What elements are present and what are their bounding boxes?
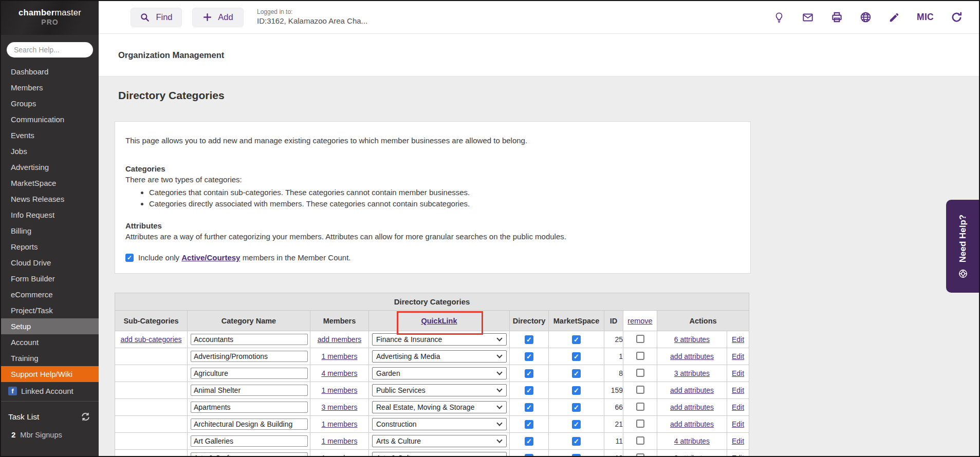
remove-checkbox[interactable] (636, 453, 644, 457)
quicklink-select[interactable]: Construction (372, 418, 507, 430)
members-link[interactable]: 4 members (321, 369, 357, 377)
remove-checkbox[interactable] (636, 420, 644, 428)
members-link[interactable]: add members (318, 335, 362, 344)
category-name-input[interactable] (191, 402, 308, 413)
sidebar-item-news-releases[interactable]: News Releases (1, 191, 99, 207)
add-button[interactable]: Add (192, 8, 244, 27)
sidebar-item-jobs[interactable]: Jobs (1, 143, 99, 159)
edit-link[interactable]: Edit (732, 454, 744, 457)
sidebar-item-marketspace[interactable]: MarketSpace (1, 175, 99, 191)
sidebar-item-billing[interactable]: Billing (1, 223, 99, 239)
sidebar-item-groups[interactable]: Groups (1, 96, 99, 111)
directory-checkbox[interactable]: ✓ (525, 403, 533, 412)
quicklink-select[interactable]: Finance & Insurance (372, 333, 507, 346)
category-name-input[interactable] (191, 452, 308, 457)
mic-menu[interactable]: MIC (917, 12, 934, 23)
members-link[interactable]: 1 members (321, 352, 357, 360)
quicklink-select[interactable]: Advertising & Media (372, 350, 507, 363)
sidebar-item-reports[interactable]: Reports (1, 239, 99, 255)
sidebar-item-advertising[interactable]: Advertising (1, 159, 99, 175)
globe-icon[interactable] (860, 11, 872, 23)
category-name-input[interactable] (191, 435, 308, 447)
sidebar-item-linked-account[interactable]: f Linked Account (1, 382, 99, 401)
mail-icon[interactable] (802, 12, 814, 23)
pencil-icon[interactable] (889, 12, 900, 23)
directory-checkbox[interactable]: ✓ (525, 386, 533, 395)
print-icon[interactable] (831, 11, 843, 23)
category-name-input[interactable] (191, 334, 308, 345)
sidebar-item-ecommerce[interactable]: eCommerce (1, 287, 99, 302)
remove-checkbox[interactable] (636, 403, 644, 411)
logged-in-value[interactable]: ID:3162, Kalamazoo Area Cha... (257, 16, 367, 26)
directory-checkbox[interactable]: ✓ (525, 369, 533, 378)
search-help-input[interactable] (7, 42, 93, 58)
remove-checkbox[interactable] (636, 352, 644, 360)
directory-checkbox[interactable]: ✓ (525, 437, 533, 446)
sidebar-item-info-request[interactable]: Info Request (1, 207, 99, 223)
attributes-link[interactable]: add attributes (670, 352, 714, 360)
directory-checkbox[interactable]: ✓ (525, 454, 533, 457)
marketspace-checkbox[interactable]: ✓ (572, 352, 581, 361)
directory-checkbox[interactable]: ✓ (525, 335, 533, 344)
attributes-link[interactable]: 6 attributes (674, 335, 710, 344)
quicklink-select[interactable]: Arts & Culture (372, 435, 507, 447)
refresh-icon[interactable] (951, 11, 963, 23)
category-name-input[interactable] (191, 385, 308, 396)
edit-link[interactable]: Edit (732, 369, 744, 377)
sidebar-item-support-help-wiki[interactable]: Support Help/Wiki (1, 366, 99, 382)
task-refresh-icon[interactable] (81, 412, 90, 422)
lightbulb-icon[interactable] (773, 11, 785, 24)
quicklink-header-link[interactable]: QuickLink (421, 317, 457, 325)
sidebar-item-members[interactable]: Members (1, 80, 99, 96)
quicklink-select[interactable]: Arts & Culture (372, 452, 507, 457)
members-link[interactable]: 1 members (321, 386, 357, 394)
sidebar-item-setup[interactable]: Setup (1, 318, 99, 334)
find-button[interactable]: Find (131, 8, 182, 27)
attributes-link[interactable]: 3 attributes (674, 369, 710, 377)
need-help-tab[interactable]: Need Help? (946, 200, 979, 293)
remove-checkbox[interactable] (636, 369, 644, 377)
edit-link[interactable]: Edit (732, 386, 744, 394)
marketspace-checkbox[interactable]: ✓ (572, 437, 581, 446)
edit-link[interactable]: Edit (732, 403, 744, 411)
edit-link[interactable]: Edit (732, 335, 744, 344)
category-name-input[interactable] (191, 418, 308, 430)
attributes-link[interactable]: add attributes (670, 386, 714, 394)
marketspace-checkbox[interactable]: ✓ (572, 369, 581, 378)
marketspace-checkbox[interactable]: ✓ (572, 420, 581, 429)
remove-checkbox[interactable] (636, 386, 644, 394)
marketspace-checkbox[interactable]: ✓ (572, 454, 581, 457)
remove-header-link[interactable]: remove (627, 317, 652, 325)
add-sub-categories-link[interactable]: add sub-categories (120, 335, 181, 344)
sidebar-item-account[interactable]: Account (1, 334, 99, 350)
attributes-link[interactable]: 2 attributes (674, 454, 710, 457)
members-link[interactable]: 1 members (321, 437, 357, 445)
marketspace-checkbox[interactable]: ✓ (572, 386, 581, 395)
task-list-item[interactable]: 2Mbr Signups (8, 430, 90, 439)
quicklink-select[interactable]: Real Estate, Moving & Storage (372, 401, 507, 413)
edit-link[interactable]: Edit (732, 420, 744, 428)
sidebar-item-project-task[interactable]: Project/Task (1, 302, 99, 318)
sidebar-item-dashboard[interactable]: Dashboard (1, 64, 99, 80)
sidebar-item-form-builder[interactable]: Form Builder (1, 271, 99, 287)
include-active-courtesy-checkbox[interactable]: ✓ (125, 254, 134, 262)
sidebar-item-cloud-drive[interactable]: Cloud Drive (1, 255, 99, 271)
category-name-input[interactable] (191, 368, 308, 379)
remove-checkbox[interactable] (636, 335, 644, 343)
sidebar-item-events[interactable]: Events (1, 127, 99, 143)
active-courtesy-link[interactable]: Active/Courtesy (181, 253, 240, 262)
members-link[interactable]: 1 members (321, 420, 357, 428)
sidebar-item-training[interactable]: Training (1, 350, 99, 366)
remove-checkbox[interactable] (636, 436, 644, 445)
marketspace-checkbox[interactable]: ✓ (572, 335, 581, 344)
sidebar-item-communication[interactable]: Communication (1, 111, 99, 127)
members-link[interactable]: 3 members (321, 403, 357, 411)
attributes-link[interactable]: 4 attributes (674, 437, 710, 445)
marketspace-checkbox[interactable]: ✓ (572, 403, 581, 412)
quicklink-select[interactable]: Garden (372, 367, 507, 379)
directory-checkbox[interactable]: ✓ (525, 352, 533, 361)
quicklink-select[interactable]: Public Services (372, 384, 507, 396)
directory-checkbox[interactable]: ✓ (525, 420, 533, 429)
attributes-link[interactable]: add attributes (670, 420, 714, 428)
attributes-link[interactable]: add attributes (670, 403, 714, 411)
